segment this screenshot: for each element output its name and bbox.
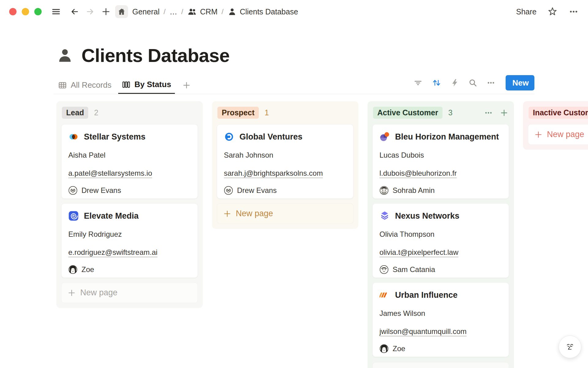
record-card[interactable]: Bleu Horizon Management Lucas Dubois l.d… xyxy=(372,124,509,199)
record-card[interactable]: Global Ventures Sarah Johnson sarah.j@br… xyxy=(217,124,353,199)
new-page-button[interactable]: New page xyxy=(528,124,588,145)
share-button[interactable]: Share xyxy=(516,7,537,16)
new-page-button[interactable]: New page xyxy=(61,282,198,303)
contact-name: Lucas Dubois xyxy=(379,151,502,159)
record-card[interactable]: Urban Influence James Wilson jwilson@qua… xyxy=(372,282,509,357)
minimize-window-button[interactable] xyxy=(22,8,29,15)
status-badge[interactable]: Active Customer xyxy=(373,107,443,119)
new-record-button[interactable]: New xyxy=(506,75,534,90)
window-titlebar: General / … / CRM / Clients Database Sha… xyxy=(0,0,588,23)
board-column-inactive-customer: Inactive Customer New page xyxy=(523,101,588,150)
email-link[interactable]: e.rodriguez@swiftstream.ai xyxy=(68,248,157,257)
breadcrumb-separator: / xyxy=(221,7,224,16)
owner-name: Drew Evans xyxy=(81,186,121,195)
tab-by-status-label: By Status xyxy=(134,80,171,89)
view-tabs: All Records By Status xyxy=(55,76,191,94)
plus-icon xyxy=(223,210,231,218)
board-column-prospect: Prospect 1 Global Ventures Sarah Johnson… xyxy=(212,101,358,229)
elevate-media-logo-icon xyxy=(68,211,79,221)
plus-icon xyxy=(68,289,76,297)
owner-name: Sohrab Amin xyxy=(393,186,435,195)
board-column-active-customer: Active Customer 3 Bleu Horizon Managemen… xyxy=(368,101,514,368)
tab-by-status[interactable]: By Status xyxy=(118,76,175,94)
status-badge[interactable]: Prospect xyxy=(217,107,259,119)
contact-name: Emily Rodriguez xyxy=(68,230,191,239)
new-page-label: New page xyxy=(547,130,584,139)
page-header: Clients Database xyxy=(56,45,230,66)
search-icon[interactable] xyxy=(468,78,477,87)
window-controls xyxy=(9,8,42,15)
record-card[interactable]: Elevate Media Emily Rodriguez e.rodrigue… xyxy=(61,203,198,278)
avatar-drew-evans xyxy=(68,186,77,195)
column-menu-icon[interactable] xyxy=(484,108,493,117)
tab-all-records[interactable]: All Records xyxy=(55,76,115,94)
contact-name: James Wilson xyxy=(379,309,502,318)
company-name: Urban Influence xyxy=(395,290,458,300)
urban-influence-logo-icon xyxy=(379,290,390,300)
ai-face-icon xyxy=(563,340,577,354)
breadcrumb-separator: / xyxy=(181,7,183,16)
close-window-button[interactable] xyxy=(9,8,17,15)
email-link[interactable]: sarah.j@brightsparksolns.com xyxy=(224,169,323,178)
new-page-label: New page xyxy=(236,209,273,218)
avatar-sohrab-amin xyxy=(379,186,389,195)
tab-all-records-label: All Records xyxy=(71,80,111,90)
column-count: 2 xyxy=(94,108,98,117)
email-link[interactable]: l.dubois@bleuhorizon.fr xyxy=(379,169,457,178)
avatar-zoe xyxy=(68,265,77,274)
add-view-icon[interactable] xyxy=(182,81,191,90)
new-tab-icon[interactable] xyxy=(101,7,111,17)
avatar-zoe xyxy=(379,344,389,353)
contact-name: Aisha Patel xyxy=(68,151,191,159)
company-name: Nexus Networks xyxy=(395,211,459,221)
column-count: 1 xyxy=(265,108,269,117)
new-page-label: New page xyxy=(80,288,118,297)
column-add-icon[interactable] xyxy=(500,109,508,117)
board-column-lead: Lead 2 Stellar Systems Aisha Patel a.pat… xyxy=(56,101,203,308)
zoom-window-button[interactable] xyxy=(34,8,42,15)
table-view-icon xyxy=(58,81,67,90)
view-toolbar: New xyxy=(413,75,534,91)
sort-icon[interactable] xyxy=(432,78,441,88)
breadcrumb-separator: / xyxy=(164,7,166,16)
email-link[interactable]: a.patel@stellarsystems.io xyxy=(68,169,152,178)
new-page-button[interactable]: New page xyxy=(217,203,353,224)
owner-name: Drew Evans xyxy=(237,186,277,195)
column-header: Active Customer 3 xyxy=(372,101,509,124)
column-header: Inactive Customer xyxy=(528,101,588,124)
record-card[interactable]: Stellar Systems Aisha Patel a.patel@stel… xyxy=(61,124,198,199)
status-badge[interactable]: Inactive Customer xyxy=(529,107,588,119)
sidebar-menu-icon[interactable] xyxy=(51,6,61,17)
filter-icon[interactable] xyxy=(413,78,423,87)
page-person-icon xyxy=(56,47,74,64)
board-view-icon xyxy=(122,80,130,89)
status-badge[interactable]: Lead xyxy=(62,107,88,119)
contact-name: Olivia Thompson xyxy=(379,230,502,239)
column-header: Lead 2 xyxy=(61,101,198,124)
view-options-icon[interactable] xyxy=(486,78,496,87)
nexus-networks-logo-icon xyxy=(379,211,390,221)
record-card[interactable]: Nexus Networks Olivia Thompson olivia.t@… xyxy=(372,203,509,278)
new-record-label[interactable]: New xyxy=(506,75,534,90)
company-name: Bleu Horizon Management xyxy=(395,132,499,142)
tabs-divider xyxy=(54,94,534,94)
notion-ai-face-button[interactable] xyxy=(559,335,581,358)
breadcrumb-item-general[interactable]: General xyxy=(132,7,160,16)
favorite-star-icon[interactable] xyxy=(547,6,558,17)
email-link[interactable]: jwilson@quantumquill.com xyxy=(379,327,466,336)
automation-lightning-icon[interactable] xyxy=(450,78,459,87)
plus-icon xyxy=(534,131,542,139)
forward-icon[interactable] xyxy=(85,6,96,17)
person-icon xyxy=(228,7,237,16)
avatar-sam-catania xyxy=(379,265,389,274)
breadcrumb-collapsed-ellipsis[interactable]: … xyxy=(170,7,177,16)
new-page-button[interactable] xyxy=(372,362,509,368)
breadcrumb-item-crm[interactable]: CRM xyxy=(200,7,217,16)
email-link[interactable]: olivia.t@pixelperfect.law xyxy=(379,248,458,257)
home-icon[interactable] xyxy=(115,5,128,18)
people-icon xyxy=(187,7,197,17)
back-icon[interactable] xyxy=(69,6,80,17)
more-options-icon[interactable] xyxy=(568,6,579,17)
stellar-systems-logo-icon xyxy=(68,132,79,142)
breadcrumb-item-page[interactable]: Clients Database xyxy=(240,7,298,16)
